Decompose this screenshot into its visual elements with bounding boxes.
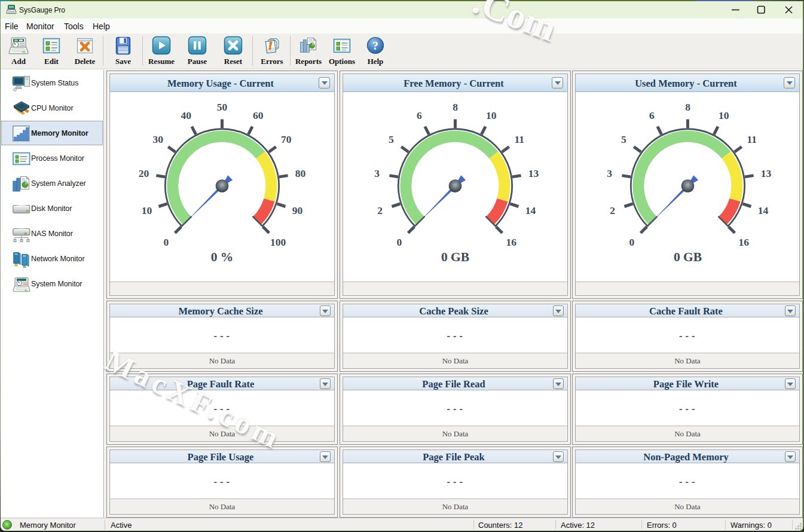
svg-text:2: 2 (610, 204, 615, 216)
svg-text:0: 0 (396, 236, 402, 248)
svg-text:70: 70 (281, 133, 292, 145)
svg-text:0: 0 (629, 236, 634, 248)
svg-text:90: 90 (292, 204, 303, 216)
svg-text:5: 5 (389, 133, 394, 145)
svg-text:20: 20 (139, 167, 149, 179)
svg-text:11: 11 (747, 133, 757, 145)
svg-text:16: 16 (738, 236, 749, 248)
svg-text:3: 3 (374, 167, 380, 179)
svg-text:5: 5 (621, 133, 626, 145)
svg-text:10: 10 (142, 204, 152, 216)
svg-text:100: 100 (270, 236, 286, 248)
svg-text:3: 3 (607, 167, 612, 179)
svg-text:6: 6 (649, 109, 655, 121)
svg-text:10: 10 (486, 109, 497, 121)
svg-text:11: 11 (514, 133, 524, 145)
svg-text:14: 14 (525, 204, 536, 216)
svg-text:6: 6 (417, 109, 422, 121)
svg-text:30: 30 (153, 133, 164, 145)
svg-text:40: 40 (181, 109, 192, 121)
svg-text:13: 13 (528, 167, 539, 179)
svg-text:14: 14 (758, 204, 769, 216)
svg-text:2: 2 (377, 204, 383, 216)
svg-text:8: 8 (453, 101, 458, 113)
svg-text:0 %: 0 % (211, 250, 234, 264)
svg-text:50: 50 (217, 101, 228, 113)
svg-text:13: 13 (761, 167, 772, 179)
svg-text:16: 16 (506, 236, 516, 248)
svg-text:0 GB: 0 GB (441, 250, 469, 264)
svg-text:10: 10 (719, 109, 729, 121)
svg-text:0: 0 (163, 236, 169, 248)
svg-text:8: 8 (685, 101, 690, 113)
svg-text:80: 80 (295, 167, 306, 179)
svg-text:60: 60 (253, 109, 264, 121)
svg-text:?: ? (372, 39, 378, 52)
svg-text:0 GB: 0 GB (674, 250, 702, 264)
